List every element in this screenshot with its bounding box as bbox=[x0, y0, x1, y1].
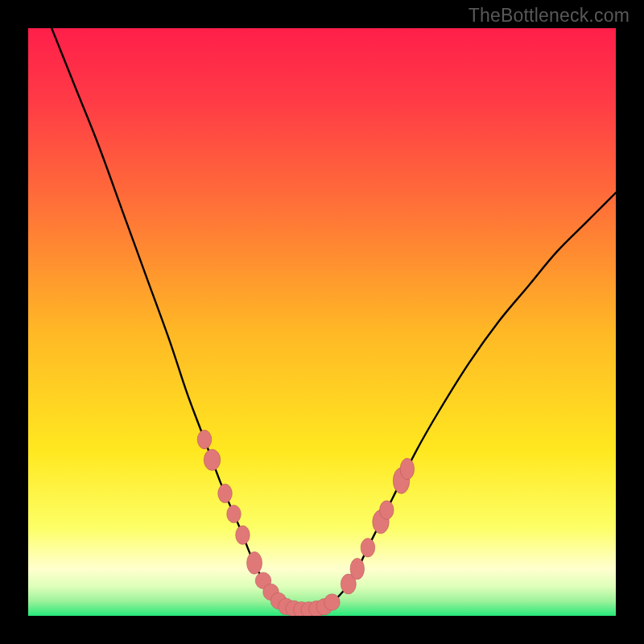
curve-layer bbox=[28, 28, 616, 616]
valley-band-markers bbox=[255, 572, 340, 616]
plot-area bbox=[28, 28, 616, 616]
marker-point bbox=[350, 558, 365, 579]
chart-stage: TheBottleneck.com bbox=[0, 0, 644, 644]
marker-point bbox=[400, 458, 415, 479]
marker-point bbox=[227, 506, 242, 523]
marker-point bbox=[204, 449, 220, 470]
marker-point bbox=[218, 484, 233, 502]
marker-point bbox=[361, 539, 375, 557]
bottleneck-curve bbox=[28, 28, 616, 610]
highlight-markers bbox=[197, 430, 414, 594]
watermark-text: TheBottleneck.com bbox=[469, 5, 630, 27]
marker-point bbox=[380, 501, 394, 519]
valley-marker bbox=[324, 594, 341, 610]
marker-point bbox=[236, 526, 250, 544]
marker-point bbox=[247, 551, 262, 574]
marker-point bbox=[197, 430, 212, 448]
